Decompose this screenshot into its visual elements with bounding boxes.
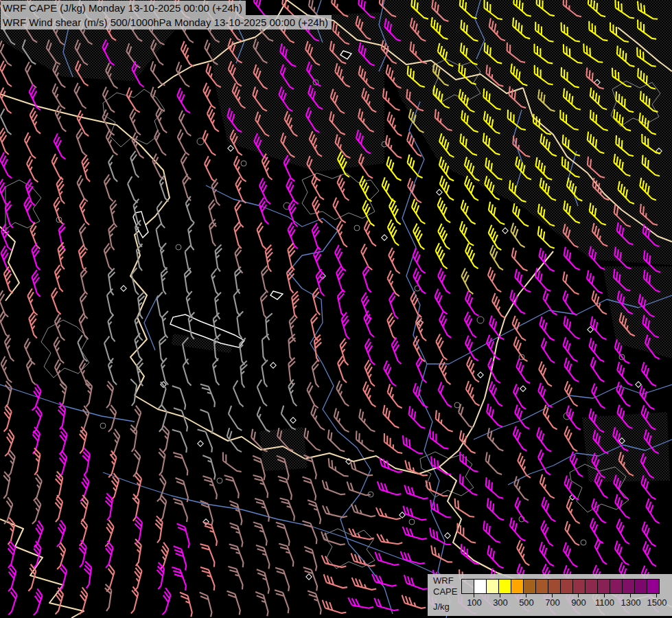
legend-tick-label: 1500 [642,597,672,608]
legend-swatch [634,579,647,594]
legend-swatch [548,579,561,594]
map-canvas [0,0,672,618]
legend-swatch [461,579,474,594]
legend-label-cape: CAPE [433,586,457,597]
weather-map-stage: WRF CAPE (J/kg) Monday 13-10-2025 00:00 … [0,0,672,618]
legend-swatch [498,579,511,594]
legend-color-scale [461,579,660,594]
legend-label-wrf: WRF [433,575,454,586]
legend-swatch [597,579,610,594]
legend-swatch [560,579,573,594]
legend-swatch [486,579,499,594]
cape-legend: WRF CAPE J/kg 10030050070090011001300150… [428,574,672,616]
legend-swatch [535,579,548,594]
legend-swatch [610,579,623,594]
cape-stipple-area [582,412,670,482]
title-line-shear: WRF Wind shear (m/s) 500/1000hPa Monday … [1,15,332,30]
legend-swatch [572,579,586,594]
legend-swatch [585,579,598,594]
legend-swatch [511,579,524,594]
legend-swatch [622,579,635,594]
legend-swatch [523,579,536,594]
title-line-cape: WRF CAPE (J/kg) Monday 13-10-2025 00:00 … [1,1,246,15]
legend-label-units: J/kg [433,602,450,612]
legend-swatch [474,579,487,594]
legend-swatch [647,579,660,594]
